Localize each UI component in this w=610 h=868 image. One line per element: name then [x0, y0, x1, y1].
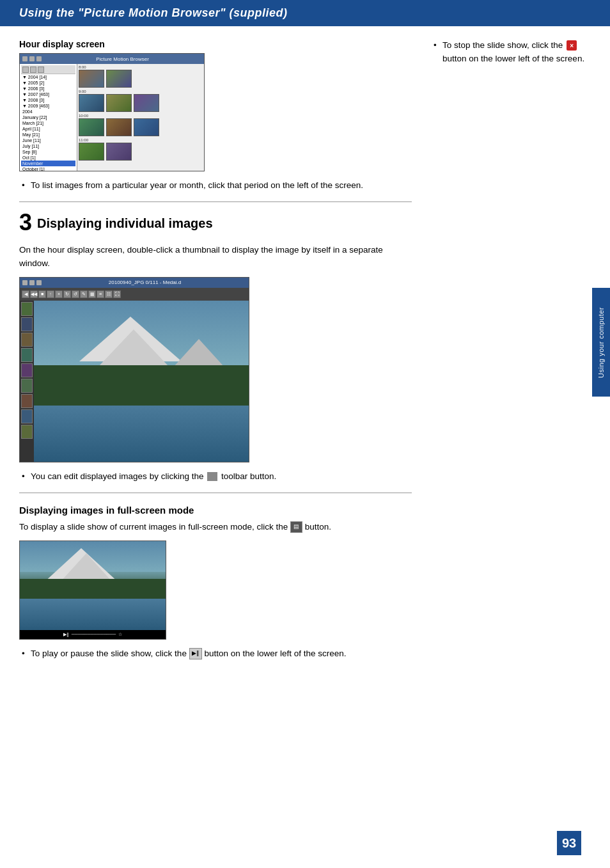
- tree-item: ▼ 2009 [463]: [21, 103, 75, 109]
- section3-body: On the hour display screen, double-click…: [19, 244, 412, 271]
- tree-line: [34, 365, 249, 406]
- large-screenshot-inner: ◀ ◀◀ ■ ↑ × ↻ ↺ ✎ ▦ ≡ ☷ ⛶: [20, 288, 249, 462]
- hour-inner-toolbar: [21, 65, 75, 74]
- hour-thumbnail: [134, 118, 159, 136]
- hour-thumbnail: [79, 70, 104, 88]
- hour-titlebar: Picture Motion Browser: [20, 54, 204, 64]
- large-toolbar: ◀ ◀◀ ■ ↑ × ↻ ↺ ✎ ▦ ≡ ☷ ⛶: [20, 288, 249, 301]
- strip-thumb: [21, 425, 33, 439]
- large-titlebar: 20100940_JPG 0/111 - Medai.d: [20, 278, 249, 288]
- hour-thumbnail: [79, 94, 104, 112]
- h-btn2: [30, 67, 36, 73]
- fs-play: ▶‖: [63, 632, 69, 637]
- mountain-left: [98, 329, 169, 367]
- strip-thumb: [21, 302, 33, 316]
- tree-item: ▼ 2004 [14]: [21, 74, 75, 80]
- strip-thumb: [21, 394, 33, 408]
- hour-screen-label: Hour display screen: [19, 39, 412, 49]
- play-pause-icon: ▶‖: [189, 648, 202, 659]
- hour-thumbnail: [79, 143, 104, 161]
- t-icon: ↻: [63, 290, 71, 298]
- hour-time-group: 11:00: [79, 138, 203, 142]
- t-icon: ◀: [22, 290, 29, 298]
- tree-item: ▼ 2008 [3]: [21, 97, 75, 103]
- water: [34, 406, 249, 462]
- divider2: [19, 493, 412, 493]
- hour-thumbnail: [106, 118, 132, 136]
- tree-item-selected: November: [21, 161, 75, 166]
- fs-trees: [20, 579, 166, 599]
- hour-thumb-row: [79, 94, 203, 112]
- large-titlebar-close: [22, 280, 27, 285]
- mountain-scene: [34, 301, 249, 462]
- fullscreen-subsection: Displaying images in full-screen mode To…: [19, 505, 412, 661]
- h-btn3: [38, 67, 44, 73]
- hour-left-panel: ▼ 2004 [14] ▼ 2005 [2] ▼ 2006 [3] ▼ 2007…: [20, 64, 77, 171]
- section3: 3 Displaying individual images On the ho…: [19, 211, 412, 661]
- fullscreen-controls: ▶‖ ────────────── ☆: [20, 630, 166, 639]
- hour-display-screenshot: Picture Motion Browser ▼ 2004 [14] ▼ 200…: [19, 53, 205, 171]
- hour-time-group: 8:00: [79, 65, 203, 69]
- tree-item: March [21]: [21, 120, 75, 126]
- toolbar-icons: ◀ ◀◀ ■ ↑ × ↻ ↺ ✎ ▦ ≡ ☷ ⛶: [22, 290, 121, 298]
- fullscreen-body: To display a slide show of current image…: [19, 521, 412, 534]
- titlebar-label: Picture Motion Browser: [43, 56, 201, 62]
- fullscreen-image: [20, 541, 166, 630]
- fullscreen-btn-icon: ▤: [290, 521, 302, 533]
- t-icon: ▦: [88, 290, 96, 298]
- tree-item: January [22]: [21, 114, 75, 120]
- titlebar-close: [22, 56, 27, 61]
- t-icon: ⛶: [113, 290, 121, 298]
- tree-item: ▼ 2006 [3]: [21, 86, 75, 91]
- main-image-area: ▶ ★ 3840×1080 🔔 ☆ ✦: [34, 301, 249, 462]
- t-icon: ≡: [97, 290, 104, 298]
- fullscreen-subsection-title: Displaying images in full-screen mode: [19, 505, 412, 516]
- t-icon: ■: [38, 290, 46, 298]
- large-titlebar-max: [36, 280, 42, 285]
- section3-title: Displaying individual images: [37, 211, 412, 231]
- t-icon: ×: [55, 290, 63, 298]
- fullscreen-screenshot: ▶‖ ────────────── ☆: [19, 541, 166, 640]
- hour-screenshot-inner: ▼ 2004 [14] ▼ 2005 [2] ▼ 2006 [3] ▼ 2007…: [20, 64, 204, 171]
- hour-time-group: 9:00: [79, 90, 203, 93]
- hour-display-section: Hour display screen Picture Motion Brows…: [19, 39, 412, 193]
- titlebar-min: [29, 56, 35, 61]
- tree-item: ▼ 2005 [2]: [21, 80, 75, 86]
- t-icon: ↑: [47, 290, 54, 298]
- play-pause-bullet: To play or pause the slide show, click t…: [19, 647, 412, 661]
- side-tab-label: Using your computer: [597, 307, 605, 378]
- left-thumbnail-strip: [20, 301, 34, 462]
- tree-item: 2004: [21, 109, 75, 114]
- edit-bullet: You can edit displayed images by clickin…: [19, 470, 412, 484]
- strip-thumb: [21, 348, 33, 362]
- t-icon: ✎: [80, 290, 88, 298]
- strip-thumb: [21, 409, 33, 423]
- tree-item: May [21]: [21, 132, 75, 138]
- page-header: Using the "Picture Motion Browser" (supp…: [0, 0, 610, 26]
- edit-toolbar-icon: [207, 472, 217, 481]
- tree-item: Oct [1]: [21, 155, 75, 161]
- t-icon: ☷: [105, 290, 113, 298]
- hour-bullet-text: To list images from a particular year or…: [19, 179, 412, 193]
- fullscreen-inner: ▶‖ ────────────── ☆: [20, 541, 166, 639]
- right-column: To stop the slide show, click the × butt…: [425, 39, 591, 666]
- large-content-area: ▶ ★ 3840×1080 🔔 ☆ ✦: [20, 301, 249, 462]
- page-number: 93: [557, 831, 581, 855]
- tree-item: Sep [8]: [21, 149, 75, 155]
- hour-thumbnail: [79, 118, 104, 136]
- tree-item: June [11]: [21, 138, 75, 143]
- fs-progress: ──────────────: [72, 632, 116, 636]
- side-tab: Using your computer: [592, 288, 610, 397]
- titlebar-max: [36, 56, 42, 61]
- hour-thumb-row: [79, 143, 203, 161]
- hour-time-group: 10:00: [79, 114, 203, 118]
- tree-item: July [11]: [21, 143, 75, 149]
- divider1: [19, 201, 412, 202]
- x-button-icon: ×: [567, 40, 577, 51]
- fs-mountain2: [61, 553, 112, 581]
- fs-water: [20, 599, 166, 630]
- stop-bullet: To stop the slide show, click the × butt…: [431, 39, 591, 66]
- hour-thumbnail: [106, 143, 132, 161]
- hour-thumb-row: [79, 118, 203, 136]
- large-titlebar-min: [29, 280, 35, 285]
